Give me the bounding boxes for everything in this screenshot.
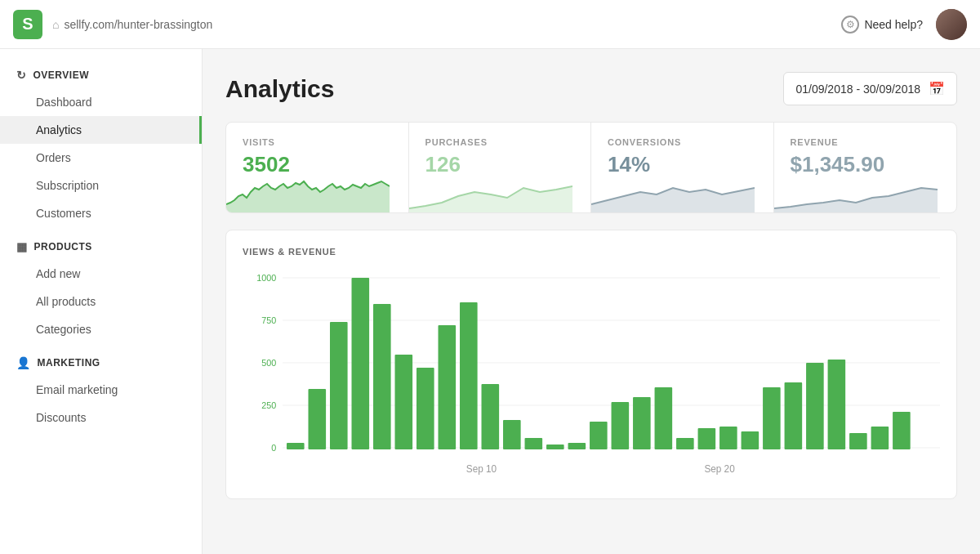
page-header: Analytics 01/09/2018 - 30/09/2018 📅 <box>225 72 957 105</box>
help-icon: ⚙ <box>841 16 859 34</box>
help-button[interactable]: ⚙ Need help? <box>841 16 923 34</box>
visits-label: VISITS <box>243 137 392 147</box>
sidebar-item-orders[interactable]: Orders <box>0 144 202 172</box>
svg-rect-30 <box>719 427 737 449</box>
svg-text:Sep 10: Sep 10 <box>466 463 497 475</box>
marketing-label: MARKETING <box>38 357 100 369</box>
avatar[interactable] <box>936 9 967 40</box>
stats-row: VISITS 3502 PURCHASES 126 CONVERSIONS <box>225 122 957 213</box>
svg-text:0: 0 <box>271 443 276 453</box>
svg-rect-28 <box>676 438 694 449</box>
date-picker[interactable]: 01/09/2018 - 30/09/2018 📅 <box>783 72 957 105</box>
svg-rect-13 <box>351 278 369 449</box>
svg-text:500: 500 <box>261 358 276 368</box>
svg-rect-37 <box>871 427 889 449</box>
sidebar: ↻ OVERVIEW Dashboard Analytics Orders Su… <box>0 49 203 554</box>
stat-card-purchases: PURCHASES 126 <box>409 123 592 212</box>
svg-rect-29 <box>698 428 716 449</box>
svg-rect-33 <box>785 382 803 449</box>
products-icon: ▦ <box>16 240 28 253</box>
conversions-sparkline <box>591 172 755 212</box>
overview-section: ↻ OVERVIEW Dashboard Analytics Orders Su… <box>0 62 202 227</box>
calendar-icon: 📅 <box>929 81 945 96</box>
svg-rect-24 <box>590 422 608 449</box>
svg-rect-22 <box>546 445 564 449</box>
revenue-label: REVENUE <box>791 137 941 147</box>
sidebar-item-subscription[interactable]: Subscription <box>0 172 202 199</box>
overview-icon: ↻ <box>16 69 27 82</box>
svg-rect-11 <box>308 389 326 449</box>
svg-rect-32 <box>763 387 781 449</box>
svg-rect-10 <box>287 443 305 449</box>
logo-text: S <box>22 15 33 34</box>
sidebar-item-all-products[interactable]: All products <box>0 288 202 315</box>
page-title: Analytics <box>225 75 334 103</box>
svg-rect-14 <box>373 304 391 449</box>
sidebar-item-customers[interactable]: Customers <box>0 199 202 227</box>
date-range-text: 01/09/2018 - 30/09/2018 <box>795 83 920 96</box>
bar-chart-svg: 1000 750 500 250 0 <box>243 270 940 482</box>
products-label: PRODUCTS <box>34 241 92 252</box>
revenue-sparkline <box>774 172 938 212</box>
stat-card-visits: VISITS 3502 <box>226 123 409 212</box>
purchases-sparkline <box>409 172 572 212</box>
svg-rect-12 <box>330 322 348 449</box>
url-bar: ⌂ sellfy.com/hunter-brassington <box>52 18 212 31</box>
svg-text:750: 750 <box>261 315 276 325</box>
avatar-image <box>936 9 967 40</box>
purchases-label: PURCHASES <box>425 137 575 147</box>
sidebar-item-discounts[interactable]: Discounts <box>0 404 202 431</box>
products-section: ▦ PRODUCTS Add new All products Categori… <box>0 234 202 343</box>
overview-header: ↻ OVERVIEW <box>0 62 202 88</box>
svg-rect-21 <box>525 438 543 449</box>
topbar: S ⌂ sellfy.com/hunter-brassington ⚙ Need… <box>0 0 980 49</box>
marketing-section: 👤 MARKETING Email marketing Discounts <box>0 350 202 431</box>
svg-rect-26 <box>633 397 651 449</box>
svg-rect-18 <box>460 302 478 449</box>
svg-rect-17 <box>439 325 457 449</box>
svg-rect-16 <box>416 368 434 449</box>
svg-rect-36 <box>849 433 867 449</box>
chart-container: 1000 750 500 250 0 <box>243 270 940 482</box>
products-header: ▦ PRODUCTS <box>0 234 202 260</box>
sidebar-item-analytics[interactable]: Analytics <box>0 116 202 144</box>
svg-rect-19 <box>482 384 500 449</box>
home-icon: ⌂ <box>52 18 59 31</box>
conversions-label: CONVERSIONS <box>608 137 757 147</box>
sidebar-item-categories[interactable]: Categories <box>0 315 202 343</box>
svg-rect-20 <box>503 420 521 449</box>
stat-card-conversions: CONVERSIONS 14% <box>591 123 774 212</box>
url-text: sellfy.com/hunter-brassington <box>64 18 212 31</box>
sidebar-item-dashboard[interactable]: Dashboard <box>0 88 202 116</box>
logo[interactable]: S <box>13 10 42 39</box>
help-label: Need help? <box>864 18 923 31</box>
svg-rect-25 <box>612 402 630 449</box>
chart-title: VIEWS & REVENUE <box>243 247 940 257</box>
chart-section: VIEWS & REVENUE 1000 750 500 250 0 <box>225 230 957 499</box>
svg-rect-31 <box>742 431 760 449</box>
main-layout: ↻ OVERVIEW Dashboard Analytics Orders Su… <box>0 49 980 554</box>
svg-rect-38 <box>893 412 911 449</box>
svg-rect-27 <box>655 387 673 449</box>
stat-card-revenue: REVENUE $1,345.90 <box>774 123 957 212</box>
svg-text:Sep 20: Sep 20 <box>704 463 735 475</box>
svg-text:1000: 1000 <box>256 273 276 283</box>
topbar-right: ⚙ Need help? <box>841 9 967 40</box>
svg-rect-15 <box>395 355 413 449</box>
marketing-icon: 👤 <box>16 356 31 369</box>
svg-rect-35 <box>828 360 846 449</box>
svg-rect-23 <box>568 443 586 449</box>
svg-rect-34 <box>806 363 824 449</box>
svg-text:250: 250 <box>261 400 276 410</box>
visits-sparkline <box>226 172 390 212</box>
marketing-header: 👤 MARKETING <box>0 350 202 376</box>
sidebar-item-email-marketing[interactable]: Email marketing <box>0 376 202 404</box>
content-area: Analytics 01/09/2018 - 30/09/2018 📅 VISI… <box>203 49 980 554</box>
overview-label: OVERVIEW <box>33 69 89 81</box>
sidebar-item-add-new[interactable]: Add new <box>0 260 202 288</box>
